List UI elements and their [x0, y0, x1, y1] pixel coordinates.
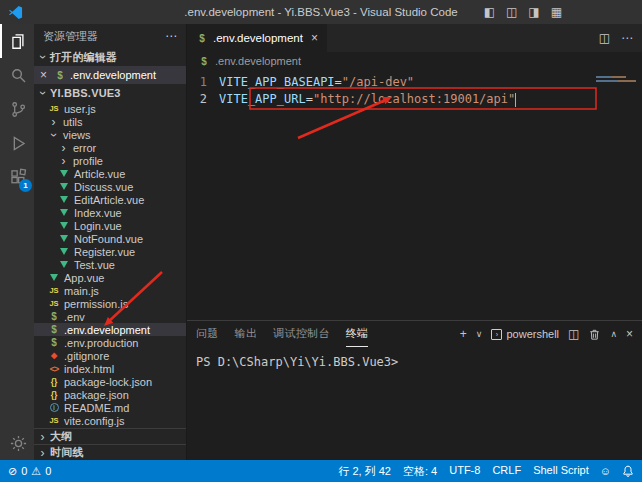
- split-editor-icon[interactable]: ◫: [599, 31, 610, 45]
- outline-section-header[interactable]: › 大纲: [34, 428, 186, 444]
- activity-bar: 1: [0, 24, 34, 460]
- prompt-glyph: ›: [496, 331, 498, 338]
- feedback-smiley-icon[interactable]: ☺: [600, 465, 611, 477]
- maximize-panel-icon[interactable]: ∧: [610, 329, 617, 339]
- status-language-mode[interactable]: Shell Script: [533, 464, 589, 479]
- panel-tab-output[interactable]: 输出: [235, 321, 258, 347]
- status-indentation[interactable]: 空格: 4: [403, 464, 437, 479]
- tree-item-profile[interactable]: ›profile: [34, 154, 186, 167]
- activity-extensions[interactable]: 1: [0, 160, 34, 194]
- customize-layout-icon[interactable]: ▦: [551, 5, 562, 19]
- terminal-instance-powershell[interactable]: › powershell: [491, 328, 559, 340]
- tree-item-index.vue[interactable]: Index.vue: [34, 206, 186, 219]
- vue-icon: [58, 248, 70, 255]
- activity-search[interactable]: [0, 58, 34, 92]
- json-icon: {}: [48, 390, 60, 400]
- close-panel-icon[interactable]: ×: [626, 327, 633, 341]
- toggle-panel-icon[interactable]: ◫: [506, 5, 517, 19]
- tree-item-notfound.vue[interactable]: NotFound.vue: [34, 232, 186, 245]
- tree-item-vite.config.js[interactable]: JSvite.config.js: [34, 414, 186, 427]
- tree-item-.gitignore[interactable]: ◆.gitignore: [34, 349, 186, 362]
- chevron-right-icon: ›: [37, 430, 48, 444]
- sidebar-more-actions-icon[interactable]: ⋯: [165, 29, 177, 43]
- close-tab-icon[interactable]: ×: [311, 31, 318, 45]
- chevron-down-icon: ›: [36, 52, 50, 63]
- code-lines: 1VITE_APP_BASEAPI="/api-dev"2VITE_APP_UR…: [187, 74, 642, 108]
- status-cursor-position[interactable]: 行 2, 列 42: [338, 464, 391, 479]
- files-icon: [9, 32, 28, 51]
- tab-env-development[interactable]: $ .env.development ×: [187, 24, 327, 52]
- breadcrumb[interactable]: $ .env.development: [187, 52, 642, 70]
- line-number: 1: [187, 74, 207, 91]
- tree-item-package.json[interactable]: {}package.json: [34, 388, 186, 401]
- tree-item-article.vue[interactable]: Article.vue: [34, 167, 186, 180]
- error-count: 0: [21, 465, 27, 477]
- activity-manage[interactable]: [0, 426, 34, 460]
- panel-tab-debug-console[interactable]: 调试控制台: [273, 321, 330, 347]
- tree-item-label: error: [73, 142, 96, 154]
- tree-item-app.vue[interactable]: App.vue: [34, 271, 186, 284]
- tab-label: .env.development: [213, 32, 303, 44]
- tree-item-login.vue[interactable]: Login.vue: [34, 219, 186, 232]
- explorer-tree: JSuser.js›utils›views›error›profileArtic…: [34, 102, 186, 428]
- extensions-badge: 1: [19, 179, 32, 192]
- problems-status[interactable]: ⊘ 0 ⚠ 0: [8, 465, 51, 478]
- tree-item-index.html[interactable]: <>index.html: [34, 362, 186, 375]
- open-editors-label: 打开的编辑器: [50, 50, 117, 65]
- kill-terminal-icon[interactable]: [588, 328, 601, 341]
- notifications-bell-icon[interactable]: [622, 465, 634, 477]
- activity-explorer[interactable]: [0, 24, 34, 58]
- outline-label: 大纲: [50, 429, 72, 444]
- status-encoding[interactable]: UTF-8: [449, 464, 480, 479]
- more-actions-icon[interactable]: ⋯: [621, 31, 633, 45]
- close-editor-icon[interactable]: ×: [40, 68, 50, 82]
- terminal-output[interactable]: PS D:\CSharp\Yi\Yi.BBS.Vue3>: [187, 347, 642, 460]
- tree-item-package-lock.json[interactable]: {}package-lock.json: [34, 375, 186, 388]
- tree-item-editarticle.vue[interactable]: EditArticle.vue: [34, 193, 186, 206]
- panel-tabs: 问题输出调试控制台终端: [196, 321, 368, 347]
- new-terminal-icon[interactable]: +: [460, 327, 467, 341]
- code-editor[interactable]: 1VITE_APP_BASEAPI="/api-dev"2VITE_APP_UR…: [187, 70, 642, 320]
- timeline-section-header[interactable]: › 时间线: [34, 444, 186, 460]
- status-eol[interactable]: CRLF: [492, 464, 521, 479]
- tree-item-main.js[interactable]: JSmain.js: [34, 284, 186, 297]
- tree-item-error[interactable]: ›error: [34, 141, 186, 154]
- tree-item-.env[interactable]: $.env: [34, 310, 186, 323]
- tree-item-readme.md[interactable]: iREADME.md: [34, 401, 186, 414]
- open-editor-label: .env.development: [70, 69, 156, 81]
- shell-icon: $: [198, 56, 210, 67]
- minimap[interactable]: [596, 76, 636, 84]
- env-variable-name: VITE_APP_URL: [219, 91, 306, 108]
- tree-item-discuss.vue[interactable]: Discuss.vue: [34, 180, 186, 193]
- tree-item-permission.js[interactable]: JSpermission.js: [34, 297, 186, 310]
- tree-item-label: package.json: [64, 389, 129, 401]
- title-bar: .env.development - Yi.BBS.Vue3 - Visual …: [0, 0, 642, 24]
- toggle-sidebar-icon[interactable]: ◧: [484, 5, 495, 19]
- terminal-dropdown-icon[interactable]: ∨: [476, 329, 483, 339]
- tree-item-views[interactable]: ›views: [34, 128, 186, 141]
- panel-tab-terminal[interactable]: 终端: [346, 321, 369, 347]
- activity-source-control[interactable]: [0, 92, 34, 126]
- tree-item-.env.development[interactable]: $.env.development: [34, 323, 186, 336]
- open-editors-header[interactable]: › 打开的编辑器: [34, 48, 186, 66]
- vue-icon: [58, 196, 70, 203]
- env-variable-name: VITE_APP_BASEAPI: [219, 74, 335, 91]
- project-section-header[interactable]: › YI.BBS.VUE3: [34, 84, 186, 102]
- run-debug-icon: [9, 134, 28, 153]
- tree-item-user.js[interactable]: JSuser.js: [34, 102, 186, 115]
- split-terminal-icon[interactable]: ◫: [568, 327, 579, 341]
- code-line-2[interactable]: 2VITE_APP_URL="http://localhost:19001/ap…: [187, 91, 642, 108]
- vue-icon: [58, 222, 70, 229]
- chevron-right-icon: ›: [37, 446, 48, 460]
- shell-icon: $: [54, 70, 66, 81]
- tree-item-register.vue[interactable]: Register.vue: [34, 245, 186, 258]
- code-line-1[interactable]: 1VITE_APP_BASEAPI="/api-dev": [187, 74, 642, 91]
- tree-item-.env.production[interactable]: $.env.production: [34, 336, 186, 349]
- activity-run-debug[interactable]: [0, 126, 34, 160]
- tree-item-test.vue[interactable]: Test.vue: [34, 258, 186, 271]
- panel-tab-problems[interactable]: 问题: [196, 321, 219, 347]
- tree-item-utils[interactable]: ›utils: [34, 115, 186, 128]
- open-editor-item[interactable]: × $ .env.development: [34, 66, 186, 84]
- toggle-secondary-sidebar-icon[interactable]: ◨: [528, 5, 539, 19]
- activity-bar-spacer: [0, 194, 34, 426]
